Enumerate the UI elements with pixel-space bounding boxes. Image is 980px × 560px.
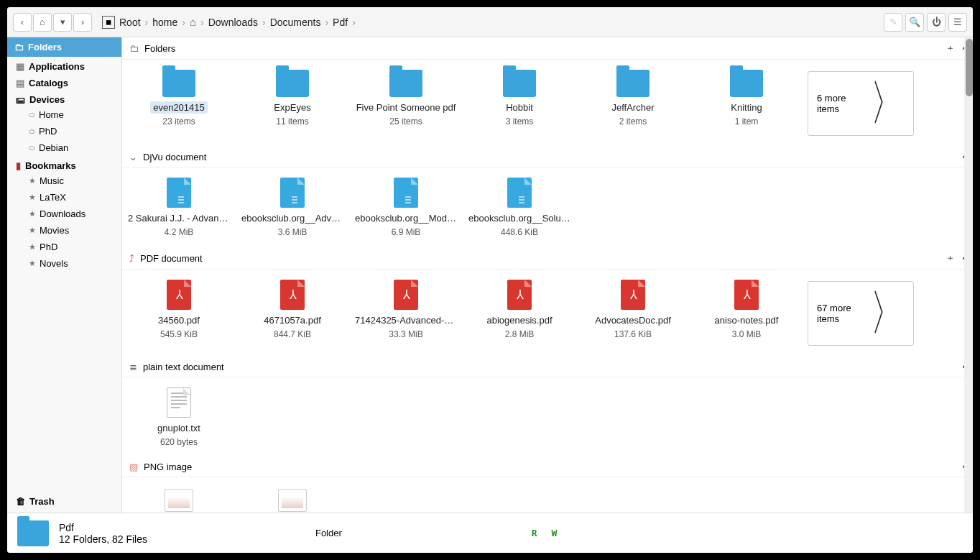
file-item[interactable]: ebooksclub.org__Solution...448.6 KiB xyxy=(463,175,576,240)
sidebar-item-label: Home xyxy=(39,109,64,120)
item-sub: 3.0 MiB xyxy=(691,329,802,339)
sidebar-devices[interactable]: 🖴 Devices xyxy=(7,90,121,106)
add-icon[interactable]: ＋ xyxy=(946,42,955,55)
sidebar-trash[interactable]: 🗑 Trash xyxy=(7,490,121,513)
more-items-button[interactable]: 6 more items〉 xyxy=(808,71,914,136)
root-icon[interactable]: ◼ xyxy=(102,16,115,29)
group-header[interactable]: 🗀Folders＋• xyxy=(122,37,973,60)
file-item[interactable]: ⅄71424325-Advanced-Quant...33.3 MiB xyxy=(349,277,463,350)
star-icon: ★ xyxy=(29,226,36,235)
sidebar-item-music[interactable]: ★Music xyxy=(7,173,121,189)
image-icon xyxy=(165,489,193,512)
breadcrumb-root[interactable]: Root xyxy=(119,17,141,28)
item-sub: 2 items xyxy=(578,116,688,127)
more-items-button[interactable]: 67 more items〉 xyxy=(808,281,914,346)
power-icon[interactable]: ⏻ xyxy=(927,13,946,32)
nav-home-button[interactable]: ⌂ xyxy=(33,13,52,32)
file-item[interactable]: 2 Sakurai J.J. - Advanced ...4.2 MiB xyxy=(122,175,236,240)
sidebar-item-home[interactable]: ⬭Home xyxy=(7,106,121,123)
file-item[interactable]: ExpEyes11 items xyxy=(236,67,349,140)
pdf-icon: ⅄ xyxy=(734,280,759,310)
disk-icon: ⬭ xyxy=(29,127,35,136)
star-icon: ★ xyxy=(29,209,36,219)
scrollbar-thumb[interactable] xyxy=(966,39,973,96)
status-bar: Pdf 12 Folders, 82 Files Folder R W xyxy=(7,513,973,553)
menu-icon[interactable]: ☰ xyxy=(948,13,967,32)
group-title: plain text document xyxy=(143,362,224,372)
sidebar-item-label: Downloads xyxy=(40,208,85,219)
file-item[interactable]: Hobbit3 items xyxy=(463,67,576,140)
group-title: DjVu document xyxy=(143,152,206,162)
file-item[interactable]: ⅄34560.pdf545.9 KiB xyxy=(122,277,236,350)
folder-icon xyxy=(162,70,195,97)
file-item[interactable]: Five Point Someone pdf25 items xyxy=(349,67,463,140)
file-item[interactable]: gnuplot.txt620 bytes xyxy=(122,385,236,450)
chevron-right-icon: › xyxy=(200,17,204,28)
item-name: even201415 xyxy=(150,101,208,114)
file-item[interactable]: Knitting1 item xyxy=(690,67,803,140)
group-header[interactable]: ≣plain text document• xyxy=(122,357,973,377)
nav-back-button[interactable]: ‹ xyxy=(13,13,32,32)
pdf-icon: ⅄ xyxy=(280,280,305,310)
sidebar-catalogs[interactable]: ▤ Catalogs xyxy=(7,73,121,90)
file-item[interactable]: even20141523 items xyxy=(122,67,236,140)
folder-outline-icon: 🗀 xyxy=(129,43,139,54)
status-rw: R W xyxy=(532,528,561,538)
breadcrumb-downloads[interactable]: Downloads xyxy=(208,17,258,28)
item-sub: 6.9 MiB xyxy=(351,227,461,237)
sidebar-item-phd[interactable]: ★PhD xyxy=(7,239,121,255)
file-item[interactable]: ⅄aniso-notes.pdf3.0 MiB xyxy=(690,277,803,350)
sidebar-item-label: PhD xyxy=(40,242,57,252)
items-row: fet-csplines.png5.2 KiBfet-sbezier.png5.… xyxy=(122,477,973,513)
group-header[interactable]: ⤴PDF document＋• xyxy=(122,247,973,270)
sidebar-applications[interactable]: ▦ Applications xyxy=(7,57,121,73)
sidebar-bookmarks-label: Bookmarks xyxy=(25,160,76,171)
search-icon[interactable]: 🔍 xyxy=(905,13,924,32)
sidebar-item-phd[interactable]: ⬭PhD xyxy=(7,123,121,139)
breadcrumb-documents[interactable]: Documents xyxy=(270,17,321,28)
sidebar-bookmarks[interactable]: ▮ Bookmarks xyxy=(7,156,121,173)
scrollbar[interactable] xyxy=(964,37,973,513)
group-header[interactable]: ⌄DjVu document• xyxy=(122,147,973,167)
sidebar-item-label: Debian xyxy=(39,142,68,153)
sidebar-item-movies[interactable]: ★Movies xyxy=(7,222,121,239)
nav-up-button[interactable]: ▾ xyxy=(53,13,72,32)
file-item[interactable]: fet-sbezier.png5.2 KiB xyxy=(236,485,349,513)
file-item[interactable]: ⅄AdvocatesDoc.pdf137.6 KiB xyxy=(576,277,690,350)
sidebar-item-debian[interactable]: ⬭Debian xyxy=(7,139,121,156)
item-name: 71424325-Advanced-Quant... xyxy=(352,314,460,326)
nav-forward-button[interactable]: › xyxy=(73,13,92,32)
chevron-right-icon: › xyxy=(325,17,328,28)
file-item[interactable]: ebooksclub.org__Modern_...6.9 MiB xyxy=(349,175,463,240)
file-item[interactable]: ⅄4671057a.pdf844.7 KiB xyxy=(236,277,349,350)
chevron-right-icon: 〉 xyxy=(870,281,905,346)
file-item[interactable]: fet-csplines.png5.2 KiB xyxy=(122,485,236,513)
item-name: aniso-notes.pdf xyxy=(712,314,782,326)
file-item[interactable]: ⅄abiogenesis.pdf2.8 MiB xyxy=(463,277,576,350)
edit-icon[interactable]: ✎ xyxy=(884,13,902,32)
group-header[interactable]: ▧PNG image• xyxy=(122,457,973,477)
file-item[interactable]: ebooksclub.org__Advance...3.6 MiB xyxy=(236,175,349,240)
chevron-right-icon: › xyxy=(262,17,266,28)
sidebar-item-novels[interactable]: ★Novels xyxy=(7,255,121,272)
items-row: ⅄34560.pdf545.9 KiB⅄4671057a.pdf844.7 Ki… xyxy=(122,270,973,357)
folder-icon: 🗀 xyxy=(14,42,24,52)
catalog-icon: ▤ xyxy=(16,78,24,88)
file-item[interactable]: JeffArcher2 items xyxy=(576,67,690,140)
item-name: JeffArcher xyxy=(609,101,657,114)
home-icon[interactable]: ⌂ xyxy=(190,16,196,28)
more-items-label: 6 more items xyxy=(817,93,870,114)
sidebar-applications-label: Applications xyxy=(29,61,85,72)
chevron-right-icon: › xyxy=(145,17,149,28)
star-icon: ★ xyxy=(29,242,36,252)
breadcrumb-home[interactable]: home xyxy=(152,17,177,28)
toolbar: ‹ ⌂ ▾ › ◼ Root › home › ⌂ › Downloads › … xyxy=(7,7,973,37)
item-sub: 11 items xyxy=(237,116,348,127)
devices-icon: 🖴 xyxy=(16,94,25,105)
sidebar-item-downloads[interactable]: ★Downloads xyxy=(7,206,121,222)
add-icon[interactable]: ＋ xyxy=(946,252,955,265)
folder-icon xyxy=(730,70,763,97)
breadcrumb-pdf[interactable]: Pdf xyxy=(333,17,348,28)
sidebar-item-latex[interactable]: ★LaTeX xyxy=(7,189,121,206)
sidebar-folders-header[interactable]: 🗀 Folders xyxy=(7,37,121,57)
